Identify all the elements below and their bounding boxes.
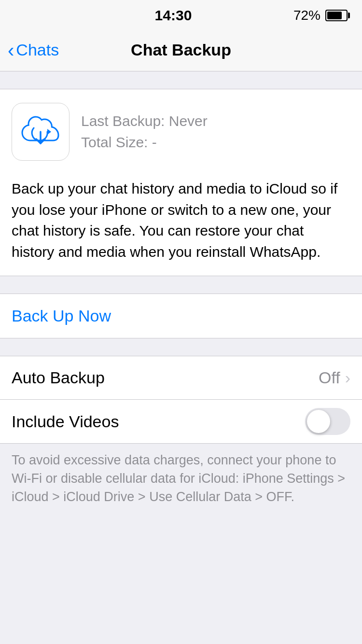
auto-backup-row[interactable]: Auto Backup Off › <box>0 356 362 400</box>
total-size-text: Total Size: - <box>81 134 208 151</box>
toggle-thumb <box>307 410 330 433</box>
chevron-left-icon: ‹ <box>8 41 14 60</box>
last-backup-text: Last Backup: Never <box>81 113 208 129</box>
auto-backup-label: Auto Backup <box>12 368 105 387</box>
backup-info-section: Last Backup: Never Total Size: - Back up… <box>0 89 362 276</box>
spacer-3 <box>0 338 362 356</box>
backup-info-row: Last Backup: Never Total Size: - <box>0 89 362 170</box>
spacer-2 <box>0 276 362 294</box>
cloud-backup-icon <box>20 115 61 148</box>
footer-note: To avoid excessive data charges, connect… <box>0 444 362 518</box>
page-title: Chat Backup <box>131 41 231 59</box>
back-up-now-button[interactable]: Back Up Now <box>12 294 350 338</box>
back-button[interactable]: ‹ Chats <box>8 41 59 60</box>
svg-marker-0 <box>47 129 51 135</box>
include-videos-toggle[interactable] <box>305 408 350 435</box>
battery-percent: 72% <box>293 8 320 23</box>
status-right: 72% <box>293 8 348 23</box>
auto-backup-right: Off › <box>319 368 350 387</box>
auto-backup-value: Off <box>319 368 340 387</box>
chevron-right-icon: › <box>345 368 350 387</box>
cloud-icon-wrapper <box>12 103 70 161</box>
backup-meta: Last Backup: Never Total Size: - <box>81 113 208 151</box>
status-bar: 14:30 72% <box>0 0 362 29</box>
back-label: Chats <box>16 41 59 59</box>
settings-section: Auto Backup Off › Include Videos <box>0 356 362 444</box>
backup-description: Back up your chat history and media to i… <box>0 170 362 276</box>
status-time: 14:30 <box>53 7 293 24</box>
backup-action-section: Back Up Now <box>0 294 362 338</box>
battery-icon <box>325 10 348 21</box>
nav-bar: ‹ Chats Chat Backup <box>0 29 362 71</box>
include-videos-row[interactable]: Include Videos <box>0 400 362 443</box>
spacer-1 <box>0 71 362 89</box>
include-videos-label: Include Videos <box>12 412 119 431</box>
